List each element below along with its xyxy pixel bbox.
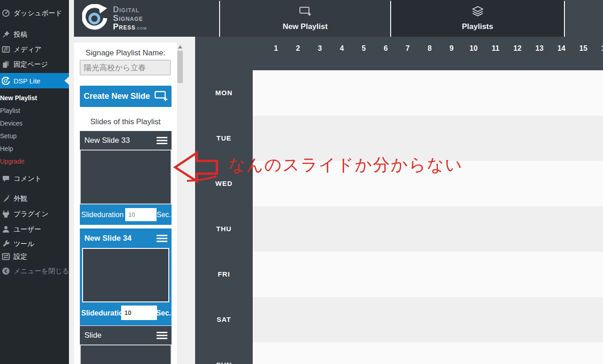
sidebar-subitem-setup[interactable]: Setup: [0, 131, 69, 141]
create-button-label: Create New Slide: [83, 92, 150, 101]
slide-card-header[interactable]: New Slide 33: [80, 131, 172, 150]
hour-label: 11: [485, 37, 506, 70]
schedule-row-sun[interactable]: [253, 342, 603, 364]
pushpin-icon: [2, 30, 10, 39]
schedule-row-tue[interactable]: [253, 116, 603, 161]
sidebar-item-appearance[interactable]: 外観: [0, 193, 69, 204]
slide-thumbnail[interactable]: [82, 248, 169, 302]
day-label: SUN: [195, 360, 253, 364]
sidebar-item-label: ツール: [14, 240, 34, 248]
hour-label: 9: [441, 37, 462, 70]
sidebar-item-media[interactable]: メディア: [0, 44, 69, 55]
schedule-calendar: 1 2 3 4 5 6 7 8 9 10 11 12 13 14 15 16 M…: [195, 37, 603, 364]
hamburger-menu-icon[interactable]: [157, 137, 167, 146]
tab-new-playlist[interactable]: New Playlist: [220, 0, 390, 37]
pages-icon: [2, 60, 10, 68]
scrollbar-up-arrow[interactable]: [178, 45, 182, 49]
schedule-row-thu[interactable]: [253, 206, 603, 252]
logo-line-press: PRESS.COM: [113, 23, 147, 32]
slide-title: New Slide 34: [84, 234, 132, 243]
hamburger-menu-icon[interactable]: [157, 235, 167, 244]
sidebar-collapse-menu[interactable]: メニューを閉じる: [0, 265, 69, 277]
hamburger-menu-icon[interactable]: [157, 332, 167, 341]
hour-label: 3: [309, 37, 331, 70]
screen-add-icon: [299, 6, 312, 19]
dsp-logo[interactable]: DIGITAL SIGNAGE PRESS.COM: [74, 0, 219, 37]
slide-card-header[interactable]: Slide: [80, 326, 172, 345]
dsp-logo-text: DIGITAL SIGNAGE PRESS.COM: [113, 6, 147, 32]
slide-card-header[interactable]: New Slide 34: [80, 228, 172, 248]
sidebar-item-users[interactable]: ユーザー: [0, 223, 69, 235]
playlist-name-label: Signage Playlist Name:: [74, 49, 177, 58]
tools-icon: [2, 240, 10, 248]
sidebar-item-label: 外観: [14, 194, 27, 203]
slide-card-selected: New Slide 34 Slideduration Sec.: [80, 228, 172, 325]
hour-label: 2: [287, 37, 309, 70]
create-new-slide-button[interactable]: Create New Slide: [80, 86, 172, 107]
sidebar-item-posts[interactable]: 投稿: [0, 29, 69, 40]
day-label: THU: [195, 224, 253, 233]
slide-duration-bar: Slideduration Sec.: [80, 204, 172, 225]
collapse-icon: [2, 267, 10, 275]
slides-list-heading: Slides of this Playlist: [74, 117, 177, 126]
playlist-editor-panel: Signage Playlist Name: Create New Slide …: [74, 43, 177, 364]
duration-label: Slideduration: [81, 309, 127, 317]
slide-title: Slide: [84, 331, 102, 340]
hour-label: 7: [397, 37, 418, 70]
hour-label: 15: [572, 37, 594, 70]
users-icon: [2, 225, 10, 233]
panel-scrollbar: [177, 43, 183, 364]
sidebar-item-label: 設定: [14, 252, 27, 261]
hour-label: 5: [353, 37, 375, 70]
tab-label: Playlists: [462, 22, 493, 31]
day-label: FRI: [195, 270, 253, 279]
schedule-row-fri[interactable]: [253, 252, 603, 297]
sidebar-subitem-playlist[interactable]: Playlist: [0, 106, 69, 116]
sidebar-subitem-new-playlist[interactable]: New Playlist: [0, 93, 69, 103]
hour-label: 4: [331, 37, 353, 70]
sidebar-item-label: 固定ページ: [14, 60, 48, 69]
tab-playlists[interactable]: Playlists: [391, 0, 564, 37]
slide-thumbnail[interactable]: [80, 345, 172, 364]
slide-title: New Slide 33: [84, 136, 130, 145]
slide-thumbnail[interactable]: [80, 150, 172, 204]
playlist-name-input[interactable]: [80, 60, 171, 75]
duration-input[interactable]: [125, 208, 157, 221]
sidebar-item-dsp-lite[interactable]: DSP Lite: [0, 73, 69, 88]
slide-card: New Slide 33 Slideduration Sec.: [80, 131, 172, 225]
hour-label: 13: [529, 37, 550, 70]
dsp-header-bar: DIGITAL SIGNAGE PRESS.COM New Playlist P…: [74, 0, 603, 37]
schedule-row-mon[interactable]: [253, 70, 603, 116]
schedule-row-sat[interactable]: [253, 297, 603, 342]
settings-icon: [2, 252, 10, 261]
sidebar-subitem-upgrade[interactable]: Upgrade: [0, 156, 69, 166]
day-labels-column: MON TUE WED THU FRI SAT SUN: [195, 37, 253, 364]
layers-icon: [471, 6, 484, 19]
sidebar-item-dashboard[interactable]: ダッシュボード: [0, 7, 69, 19]
media-icon: [2, 45, 10, 53]
sidebar-item-plugins[interactable]: プラグイン: [0, 208, 69, 220]
duration-input[interactable]: [121, 306, 157, 320]
sidebar-item-label: プラグイン: [14, 210, 49, 218]
scrollbar-thumb[interactable]: [177, 51, 183, 83]
sidebar-item-label: ユーザー: [14, 225, 41, 234]
sidebar-item-label: ダッシュボード: [14, 9, 62, 18]
day-label: WED: [195, 179, 253, 188]
sidebar-item-settings[interactable]: 設定: [0, 251, 69, 262]
sidebar-subitem-devices[interactable]: Devices: [0, 118, 69, 128]
sidebar-subitem-help[interactable]: Help: [0, 144, 69, 154]
appearance-icon: [2, 194, 10, 203]
hours-header-row: 1 2 3 4 5 6 7 8 9 10 11 12 13 14 15 16: [195, 37, 603, 70]
sidebar-item-label: メディア: [14, 45, 41, 54]
sidebar-item-label: DSP Lite: [14, 77, 40, 85]
schedule-row-wed[interactable]: [253, 161, 603, 206]
schedule-grid: [253, 70, 603, 364]
comments-icon: [2, 175, 10, 183]
sidebar-item-tools[interactable]: ツール: [0, 238, 69, 250]
active-item-notch: [64, 77, 69, 85]
sidebar-item-comments[interactable]: コメント: [0, 173, 69, 184]
day-label: TUE: [195, 134, 253, 143]
sidebar-item-label: コメント: [14, 175, 41, 183]
sidebar-item-pages[interactable]: 固定ページ: [0, 58, 69, 70]
day-label: SAT: [195, 315, 253, 324]
